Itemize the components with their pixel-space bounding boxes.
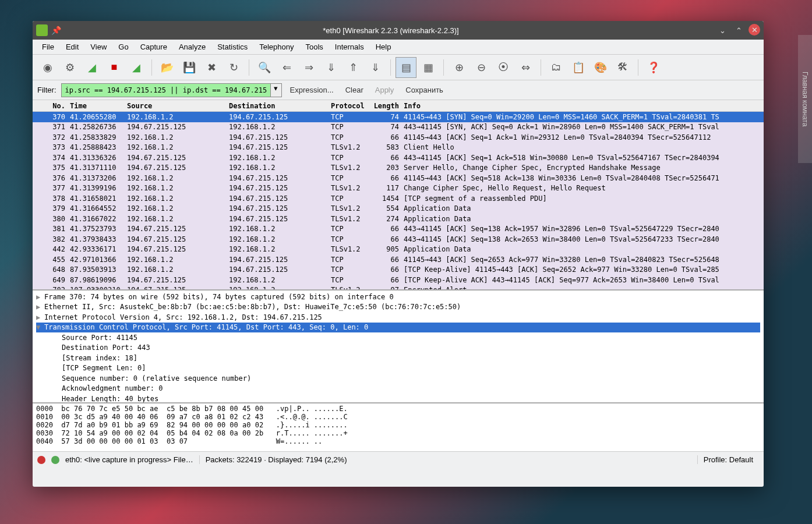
table-row[interactable]: 37741.31399196192.168.1.2194.67.215.125T…	[33, 183, 764, 194]
detail-row[interactable]: ▶Ethernet II, Src: AsustekC_be:8b:b7 (bc…	[36, 302, 760, 313]
menu-view[interactable]: View	[86, 41, 111, 53]
table-row[interactable]: 37941.31664552192.168.1.2194.67.215.125T…	[33, 204, 764, 214]
detail-row[interactable]: [TCP Segment Len: 0]	[36, 363, 760, 374]
detail-row[interactable]: ▼Transmission Control Protocol, Src Port…	[36, 323, 760, 333]
coloring-rules-icon[interactable]: 🎨	[590, 57, 611, 78]
detail-row[interactable]: ▶Internet Protocol Version 4, Src: 192.1…	[36, 312, 760, 323]
minimize-button[interactable]: ⌄	[716, 24, 729, 37]
menu-go[interactable]: Go	[114, 41, 133, 53]
packet-bytes-pane[interactable]: 0000 bc 76 70 7c e5 50 bc ae c5 be 8b b7…	[33, 403, 764, 451]
detail-row[interactable]: ▶Frame 370: 74 bytes on wire (592 bits),…	[36, 292, 760, 302]
go-last-icon[interactable]: ⇓	[365, 57, 386, 78]
table-row[interactable]: 37241.25833829192.168.1.2194.67.215.125T…	[33, 132, 764, 143]
table-row[interactable]: 64887.93503913192.168.1.2194.67.215.125T…	[33, 265, 764, 275]
go-first-icon[interactable]: ⇑	[343, 57, 363, 78]
zoom-reset-icon[interactable]: ⦿	[493, 57, 514, 78]
menu-telephony[interactable]: Telephony	[255, 41, 298, 53]
apply-button[interactable]: Apply	[372, 86, 398, 94]
filter-dropdown-icon[interactable]: ▾	[270, 83, 282, 97]
table-row[interactable]: 37141.25826736194.67.215.125192.168.1.2T…	[33, 122, 764, 133]
filter-bar: Filter: ▾ Expression... Clear Apply Сохр…	[33, 80, 764, 100]
expand-icon[interactable]: ▶	[36, 293, 44, 301]
detail-row[interactable]: Sequence number: 0 (relative sequence nu…	[36, 373, 760, 384]
menu-edit[interactable]: Edit	[61, 41, 83, 53]
col-info[interactable]: Info	[401, 102, 764, 110]
menu-analyze[interactable]: Analyze	[174, 41, 210, 53]
table-row[interactable]: 45542.97101366192.168.1.2194.67.215.125T…	[33, 254, 764, 265]
filter-input[interactable]	[61, 83, 271, 97]
status-profile[interactable]: Profile: Default	[697, 455, 759, 464]
stop-capture-icon[interactable]: ■	[104, 57, 125, 78]
table-row[interactable]: 37841.31658021192.168.1.2194.67.215.125T…	[33, 193, 764, 204]
expand-icon[interactable]: ▼	[36, 323, 44, 331]
table-row[interactable]: 37641.31373206192.168.1.2194.67.215.125T…	[33, 173, 764, 183]
menu-internals[interactable]: Internals	[330, 41, 369, 53]
menu-statistics[interactable]: Statistics	[213, 41, 252, 53]
interfaces-icon[interactable]: ◉	[37, 57, 58, 78]
detail-row[interactable]: [Stream index: 18]	[36, 353, 760, 363]
help-icon[interactable]: ❓	[643, 57, 664, 78]
menu-file[interactable]: File	[37, 41, 59, 53]
expand-icon[interactable]: ▶	[36, 303, 44, 311]
status-packets: Packets: 322419 · Displayed: 7194 (2,2%)	[199, 455, 691, 464]
zoom-out-icon[interactable]: ⊖	[471, 57, 492, 78]
maximize-button[interactable]: ⌃	[732, 24, 745, 37]
detail-row[interactable]: Header Length: 40 bytes	[36, 394, 760, 403]
col-length[interactable]: Length	[369, 102, 401, 110]
table-row[interactable]: 38041.31667022192.168.1.2194.67.215.125T…	[33, 214, 764, 224]
detail-row[interactable]: Source Port: 41145	[36, 332, 760, 343]
col-no[interactable]: No.	[33, 102, 68, 110]
menu-help[interactable]: Help	[371, 41, 396, 53]
col-protocol[interactable]: Protocol	[329, 102, 369, 110]
packet-list-header[interactable]: No. Time Source Destination Protocol Len…	[33, 100, 764, 112]
capture-comment-icon[interactable]	[51, 456, 59, 464]
table-row[interactable]: 37041.20655280192.168.1.2194.67.215.125T…	[33, 112, 764, 122]
menu-capture[interactable]: Capture	[136, 41, 172, 53]
restart-capture-icon[interactable]: ◢	[126, 57, 147, 78]
app-logo-icon	[36, 24, 48, 36]
table-row[interactable]: 64987.98619096194.67.215.125192.168.1.2T…	[33, 275, 764, 285]
close-file-icon[interactable]: ✖	[201, 57, 222, 78]
packet-list-body[interactable]: 37041.20655280192.168.1.2194.67.215.125T…	[33, 112, 764, 291]
display-filters-icon[interactable]: 📋	[568, 57, 589, 78]
menu-tools[interactable]: Tools	[301, 41, 327, 53]
capture-filters-icon[interactable]: 🗂	[546, 57, 567, 78]
status-capture: eth0: <live capture in progress> File…	[65, 455, 193, 464]
go-back-icon[interactable]: ⇐	[276, 57, 297, 78]
resize-columns-icon[interactable]: ⇔	[515, 57, 536, 78]
col-destination[interactable]: Destination	[227, 102, 329, 110]
col-time[interactable]: Time	[68, 102, 125, 110]
detail-row[interactable]: Acknowledgment number: 0	[36, 384, 760, 394]
expand-icon[interactable]: ▶	[36, 313, 44, 321]
expert-info-icon[interactable]	[37, 456, 45, 464]
col-source[interactable]: Source	[125, 102, 227, 110]
table-row[interactable]: 37541.31371110194.67.215.125192.168.1.2T…	[33, 163, 764, 174]
open-icon[interactable]: 📂	[157, 57, 178, 78]
titlebar: 📌 *eth0 [Wireshark 2.2.3 (wireshark-2.2.…	[33, 21, 764, 40]
auto-scroll-icon[interactable]: ▦	[418, 57, 439, 78]
save-filter-button[interactable]: Сохранить	[402, 86, 447, 94]
preferences-icon[interactable]: 🛠	[612, 57, 633, 78]
options-icon[interactable]: ⚙	[59, 57, 80, 78]
reload-icon[interactable]: ↻	[223, 57, 244, 78]
find-icon[interactable]: 🔍	[254, 57, 275, 78]
table-row[interactable]: 38141.37523793194.67.215.125192.168.1.2T…	[33, 224, 764, 235]
start-capture-icon[interactable]: ◢	[82, 57, 103, 78]
expression-button[interactable]: Expression...	[287, 86, 337, 94]
table-row[interactable]: 37341.25888423192.168.1.2194.67.215.125T…	[33, 143, 764, 153]
detail-row[interactable]: Destination Port: 443	[36, 343, 760, 353]
table-row[interactable]: 44242.93336171194.67.215.125192.168.1.2T…	[33, 245, 764, 255]
go-forward-icon[interactable]: ⇒	[298, 57, 319, 78]
close-button[interactable]: ✕	[749, 24, 760, 36]
table-row[interactable]: 38241.37938433194.67.215.125192.168.1.2T…	[33, 234, 764, 245]
save-icon[interactable]: 💾	[179, 57, 200, 78]
colorize-icon[interactable]: ▤	[396, 57, 416, 78]
go-to-packet-icon[interactable]: ⇓	[320, 57, 341, 78]
pin-icon[interactable]: 📌	[51, 26, 61, 35]
zoom-in-icon[interactable]: ⊕	[449, 57, 469, 78]
packet-details-pane[interactable]: ▶Frame 370: 74 bytes on wire (592 bits),…	[33, 291, 764, 403]
table-row[interactable]: 702107.93300210194.67.215.125192.168.1.2…	[33, 285, 764, 291]
clear-button[interactable]: Clear	[342, 86, 367, 94]
side-panel-tab[interactable]: Главная комната	[798, 35, 812, 163]
table-row[interactable]: 37441.31336326194.67.215.125192.168.1.2T…	[33, 153, 764, 163]
